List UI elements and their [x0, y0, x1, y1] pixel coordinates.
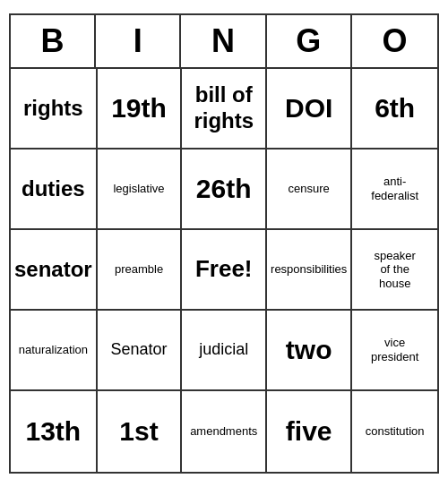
bingo-cell: speakerof thehouse — [352, 230, 437, 311]
header-letter: N — [181, 15, 266, 67]
cell-text: censure — [289, 182, 330, 196]
bingo-cell: bill ofrights — [182, 69, 267, 150]
cell-text: naturalization — [19, 343, 88, 357]
bingo-cell: preamble — [98, 230, 183, 311]
cell-text: five — [286, 415, 332, 448]
bingo-cell: constitution — [352, 391, 437, 472]
cell-text: DOI — [285, 92, 332, 124]
cell-text: 26th — [196, 173, 252, 205]
cell-text: rights — [23, 96, 83, 122]
cell-text: responsibilities — [271, 262, 347, 277]
header-letter: G — [267, 15, 352, 67]
cell-text: speakerof thehouse — [375, 249, 416, 291]
cell-text: senator — [14, 257, 92, 283]
bingo-header: BINGO — [11, 15, 437, 69]
cell-text: legislative — [113, 182, 164, 196]
header-letter: B — [11, 15, 96, 67]
bingo-cell: judicial — [182, 311, 267, 391]
cell-text: Free! — [195, 255, 253, 283]
bingo-cell: anti-federalist — [352, 150, 437, 230]
bingo-cell: DOI — [267, 69, 352, 150]
cell-text: anti-federalist — [371, 175, 418, 202]
bingo-cell: 13th — [11, 391, 98, 472]
bingo-cell: naturalization — [11, 311, 98, 391]
cell-text: two — [286, 334, 332, 366]
bingo-cell: Free! — [182, 230, 267, 311]
cell-text: 13th — [26, 415, 82, 448]
bingo-cell: 6th — [352, 69, 437, 150]
bingo-cell: duties — [11, 150, 98, 230]
bingo-cell: 1st — [98, 391, 183, 472]
bingo-cell: Senator — [98, 311, 183, 391]
cell-text: 19th — [111, 92, 167, 124]
bingo-cell: two — [267, 311, 352, 391]
bingo-cell: 26th — [182, 150, 267, 230]
bingo-cell: vicepresident — [352, 311, 437, 391]
header-letter: I — [96, 15, 181, 67]
bingo-cell: responsibilities — [267, 230, 352, 311]
cell-text: vicepresident — [371, 336, 418, 363]
cell-text: bill ofrights — [194, 82, 254, 134]
cell-text: 6th — [375, 92, 415, 124]
cell-text: duties — [22, 176, 85, 202]
cell-text: preamble — [115, 262, 163, 277]
bingo-cell: five — [267, 391, 352, 472]
bingo-cell: legislative — [98, 150, 183, 230]
cell-text: Senator — [111, 340, 168, 360]
cell-text: 1st — [119, 415, 158, 448]
bingo-grid: rights19thbill ofrightsDOI6thdutieslegis… — [11, 69, 437, 472]
bingo-cell: amendments — [182, 391, 267, 472]
cell-text: constitution — [366, 424, 425, 439]
cell-text: judicial — [199, 340, 248, 360]
bingo-cell: senator — [11, 230, 98, 311]
header-letter: O — [352, 15, 437, 67]
bingo-cell: rights — [11, 69, 98, 150]
cell-text: amendments — [190, 424, 257, 439]
bingo-cell: censure — [267, 150, 352, 230]
bingo-card: BINGO rights19thbill ofrightsDOI6thdutie… — [9, 13, 439, 474]
bingo-cell: 19th — [98, 69, 183, 150]
